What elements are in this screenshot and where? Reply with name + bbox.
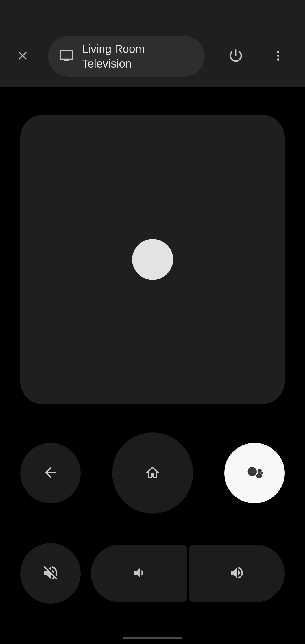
nav-buttons-row	[0, 432, 305, 514]
tv-icon	[59, 48, 74, 64]
volume-up-button[interactable]	[189, 545, 285, 602]
svg-point-0	[277, 51, 279, 53]
close-button[interactable]	[11, 45, 34, 68]
trackpad[interactable]	[20, 115, 285, 404]
svg-point-5	[256, 473, 262, 478]
device-name-label: Living Room Television	[82, 42, 193, 71]
assistant-button[interactable]	[224, 443, 285, 503]
volume-down-button[interactable]	[91, 545, 187, 602]
assistant-icon	[243, 462, 265, 485]
more-vert-icon	[271, 49, 285, 64]
power-button[interactable]	[225, 45, 247, 68]
close-icon	[16, 49, 29, 64]
main-area	[0, 87, 305, 404]
volume-down-icon	[131, 565, 147, 582]
svg-point-2	[277, 58, 279, 61]
svg-point-3	[248, 467, 257, 476]
svg-point-1	[277, 55, 279, 57]
trackpad-center-indicator	[132, 239, 173, 280]
power-icon	[228, 47, 244, 65]
device-selector[interactable]: Living Room Television	[48, 36, 205, 77]
volume-up-icon	[229, 565, 245, 582]
header-bar: Living Room Television	[0, 0, 305, 87]
home-icon	[145, 465, 160, 482]
svg-point-4	[258, 469, 262, 473]
more-options-button[interactable]	[267, 45, 289, 68]
home-button[interactable]	[112, 432, 193, 514]
arrow-back-icon	[42, 464, 59, 482]
navigation-handle[interactable]	[123, 637, 182, 639]
svg-point-6	[261, 472, 263, 474]
volume-off-icon	[42, 564, 60, 583]
back-button[interactable]	[20, 443, 81, 503]
volume-controls-row	[0, 543, 305, 604]
volume-pill	[91, 545, 285, 602]
mute-button[interactable]	[20, 543, 81, 604]
